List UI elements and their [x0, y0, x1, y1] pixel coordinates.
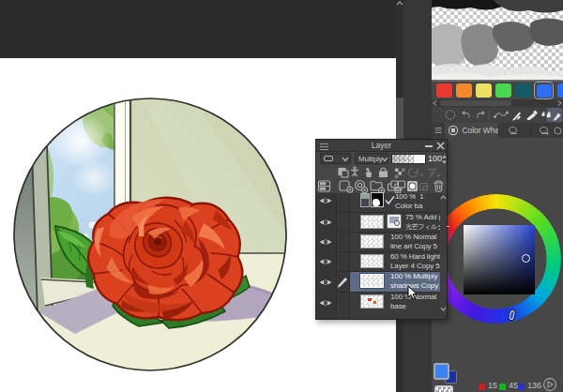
svg-text:Color Whe: Color Whe: [463, 126, 500, 135]
